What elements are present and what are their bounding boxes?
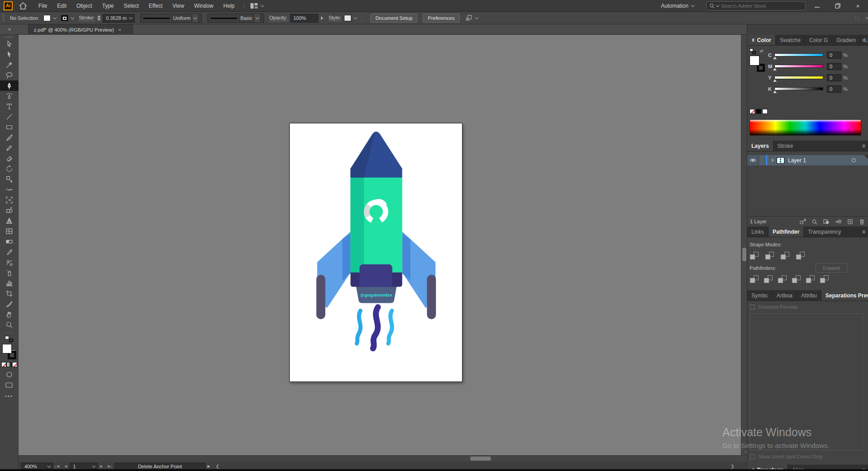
- tab-links[interactable]: Links: [747, 226, 769, 237]
- stroke-label[interactable]: Stroke:: [79, 15, 94, 21]
- pen-tool[interactable]: [0, 80, 19, 91]
- tab-gradient[interactable]: Gradien: [832, 35, 860, 45]
- scroll-right-icon[interactable]: ❯: [731, 464, 734, 469]
- shape-builder-tool[interactable]: [0, 205, 19, 216]
- direct-selection-tool[interactable]: [0, 49, 19, 60]
- menu-view[interactable]: View: [168, 0, 189, 12]
- mini-fill-stroke-icon[interactable]: [750, 48, 757, 54]
- channel-slider[interactable]: [774, 53, 823, 57]
- fill-swatch[interactable]: [750, 56, 760, 66]
- toolbar-grip[interactable]: [5, 36, 13, 38]
- rotate-tool[interactable]: [0, 164, 19, 174]
- shape-mode-exclude-icon[interactable]: [796, 252, 805, 259]
- delete-layer-icon[interactable]: [859, 219, 865, 225]
- channel-value-field[interactable]: 0: [827, 85, 841, 93]
- panel-menu-icon[interactable]: ≡: [862, 37, 865, 43]
- tab-artboards[interactable]: Artboa: [773, 290, 797, 301]
- tab-symbols[interactable]: Symbc: [747, 290, 773, 301]
- artboard-tool[interactable]: [0, 288, 19, 299]
- stock-search[interactable]: [706, 1, 806, 10]
- previous-page-button[interactable]: ◀: [64, 464, 67, 468]
- menu-edit[interactable]: Edit: [52, 0, 71, 12]
- restore-button[interactable]: [827, 0, 848, 12]
- swap-fill-stroke-icon[interactable]: ⇄: [760, 48, 763, 53]
- canvas[interactable]: @gogalomidze: [19, 35, 741, 455]
- document-setup-button[interactable]: Document Setup: [370, 14, 417, 23]
- width-profile-select[interactable]: Uniform: [140, 14, 202, 23]
- fill-swatch[interactable]: [43, 15, 51, 21]
- checkbox-icon[interactable]: [750, 454, 755, 459]
- tab-pathfinder[interactable]: Pathfinder: [769, 226, 804, 237]
- pathfinder-minus-back-icon[interactable]: [820, 275, 829, 283]
- shape-mode-minus-front-icon[interactable]: [765, 252, 774, 259]
- slice-tool[interactable]: [0, 299, 19, 309]
- chevron-down-icon[interactable]: [260, 3, 264, 7]
- layer-name[interactable]: Layer 1: [788, 157, 806, 164]
- channel-slider[interactable]: [774, 76, 823, 79]
- free-transform-tool[interactable]: [0, 195, 19, 205]
- document-tab[interactable]: z.pdf* @ 400% (RGB/GPU Preview) ×: [28, 24, 133, 35]
- shape-mode-unite-icon[interactable]: [750, 252, 759, 259]
- transform-annotator[interactable]: [465, 14, 477, 22]
- home-icon[interactable]: [19, 2, 27, 9]
- visibility-toggle[interactable]: [747, 155, 759, 165]
- channel-slider[interactable]: [774, 65, 823, 68]
- checkbox-icon[interactable]: [750, 305, 755, 310]
- line-segment-tool[interactable]: [0, 112, 19, 122]
- next-page-button[interactable]: ▶: [100, 464, 103, 468]
- tab-layers[interactable]: Layers: [747, 141, 774, 151]
- hand-tool[interactable]: [0, 309, 19, 320]
- slider-thumb-icon[interactable]: [773, 79, 777, 82]
- shape-mode-intersect-icon[interactable]: [781, 252, 789, 259]
- curvature-tool[interactable]: [0, 91, 19, 101]
- pathfinder-outline-icon[interactable]: [806, 275, 815, 283]
- close-button[interactable]: ×: [848, 0, 868, 12]
- chevron-down-icon[interactable]: [129, 15, 132, 19]
- tab-stroke[interactable]: Stroke: [774, 141, 798, 151]
- menu-window[interactable]: Window: [189, 0, 218, 12]
- magic-wand-tool[interactable]: [0, 60, 19, 70]
- pathfinder-crop-icon[interactable]: [792, 275, 801, 283]
- menu-file[interactable]: File: [33, 0, 52, 12]
- style-swatch[interactable]: [344, 15, 351, 21]
- slider-thumb-icon[interactable]: [773, 90, 777, 93]
- stroke-color-control[interactable]: [61, 15, 73, 21]
- horizontal-scrollbar[interactable]: [19, 455, 747, 462]
- type-tool[interactable]: [0, 101, 19, 112]
- mini-fill-stroke-icon[interactable]: [5, 336, 13, 342]
- minimize-button[interactable]: [807, 0, 827, 12]
- rocket-artwork[interactable]: @gogalomidze: [290, 123, 462, 382]
- white-swatch-icon[interactable]: [762, 109, 768, 114]
- scrollbar-thumb[interactable]: [742, 248, 746, 261]
- dropdown-button[interactable]: [254, 14, 261, 23]
- black-swatch-icon[interactable]: [756, 109, 761, 114]
- scroll-left-icon[interactable]: ❮: [216, 464, 219, 469]
- scale-tool[interactable]: [0, 174, 19, 184]
- panel-menu-icon[interactable]: ≡: [862, 229, 865, 235]
- draw-mode-icon[interactable]: [5, 371, 13, 378]
- tab-attributes[interactable]: Attribu: [797, 290, 821, 301]
- fill-swatch[interactable]: [2, 344, 12, 353]
- menu-type[interactable]: Type: [97, 0, 119, 12]
- screen-mode-icon[interactable]: [5, 382, 13, 389]
- overprint-preview-option[interactable]: Overprint Preview: [750, 304, 797, 310]
- blend-tool[interactable]: [0, 257, 19, 268]
- lock-column[interactable]: [759, 155, 765, 165]
- menu-help[interactable]: Help: [218, 0, 240, 12]
- color-spectrum-bar[interactable]: [750, 119, 861, 136]
- status-expand-icon[interactable]: ▶: [208, 464, 211, 468]
- chevron-down-icon[interactable]: [53, 15, 57, 19]
- target-circle-icon[interactable]: [852, 158, 856, 162]
- opacity-field[interactable]: 100%: [290, 14, 318, 23]
- collect-export-icon[interactable]: [800, 219, 806, 225]
- width-tool[interactable]: [0, 184, 19, 195]
- menu-select[interactable]: Select: [119, 0, 144, 12]
- layer-row[interactable]: Layer 1: [747, 155, 868, 165]
- make-mask-icon[interactable]: [823, 219, 830, 225]
- none-swatch-icon[interactable]: [12, 362, 17, 367]
- vertical-scrollbar[interactable]: [741, 35, 747, 455]
- scrollbar-thumb[interactable]: [470, 457, 491, 461]
- artboard[interactable]: @gogalomidze: [289, 123, 462, 382]
- tab-color[interactable]: ⇕Color: [747, 35, 776, 45]
- chevron-down-icon[interactable]: [354, 15, 358, 19]
